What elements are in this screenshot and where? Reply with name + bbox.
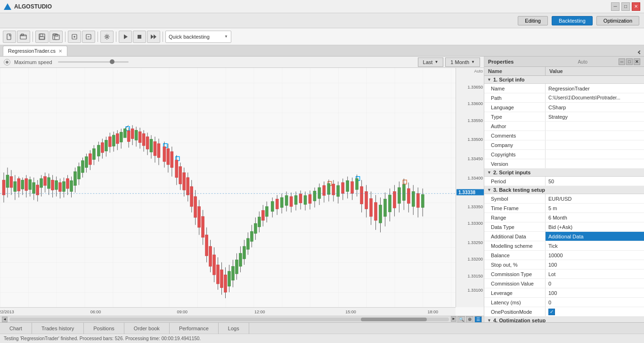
chart-settings-button[interactable]: ☰ [474,316,482,323]
properties-maximize-button[interactable]: □ [626,58,633,65]
new-script-button[interactable] [68,31,81,43]
bottom-tab-orderbook[interactable]: Order book [124,323,170,334]
svg-rect-101 [150,139,153,152]
svg-rect-60 [74,172,77,186]
chart-section: Maximum speed Auto Last ▼ 1 Month ▼ [0,57,484,322]
save-all-button[interactable] [49,31,63,43]
chart-svg [0,68,456,307]
period-button[interactable]: 1 Month ▼ [445,57,480,67]
x-label-5: 18:00 [427,310,438,314]
svg-rect-4 [40,34,43,36]
last-button[interactable]: Last ▼ [418,57,444,67]
editing-mode-button[interactable]: Editing [518,16,548,25]
svg-rect-219 [393,191,396,208]
delete-script-button[interactable] [82,31,95,43]
app-name: ALGOSTUDIO [14,3,52,10]
resume-button[interactable] [147,31,160,43]
settings-button[interactable] [100,31,114,43]
price-label-6: 1.33350 [467,204,483,209]
svg-rect-207 [365,191,368,209]
scroll-right-arrow[interactable]: ► [451,316,457,322]
svg-rect-194 [337,186,340,196]
svg-rect-171 [285,196,288,205]
svg-rect-26 [10,177,13,188]
properties-close-button[interactable]: ✕ [634,58,640,65]
section-script-info[interactable]: ▼ 1. Script info [484,76,644,84]
speed-slider-knob[interactable] [110,59,114,64]
zoom-out-button[interactable]: 🔍 [457,316,465,323]
speed-slider[interactable] [58,61,129,63]
section-back-testing[interactable]: ▼ 3. Back testing setup [484,186,644,194]
zoom-in-button[interactable]: ⊕ [466,316,473,323]
x-label-0: 8/22/2013 [0,310,14,314]
price-label-4: 1.33450 [467,156,483,161]
maximize-button[interactable]: □ [621,2,630,11]
prop-row-modelling: Modelling scheme Tick [484,241,644,251]
toolbar: Quick backtesting ▼ [0,28,644,45]
save-button[interactable] [35,31,49,43]
svg-rect-5 [40,37,44,39]
chart-canvas-area[interactable]: Auto 1.33650 1.33600 1.33550 1.33500 1.3… [0,68,484,307]
bottom-tab-positions[interactable]: Positions [84,323,124,334]
minimize-button[interactable]: ─ [611,2,620,11]
svg-marker-17 [151,34,154,39]
svg-rect-133 [209,246,212,266]
onepositionmode-checkbox[interactable] [548,309,555,315]
price-label-7: 1.33300 [467,221,483,226]
properties-minimize-button[interactable]: ─ [619,58,625,65]
close-button[interactable]: ✕ [632,2,640,11]
bottom-tab-logs[interactable]: Logs [219,323,249,334]
new-file-button[interactable] [3,31,16,43]
prop-row-company: Company [484,140,644,150]
svg-rect-123 [190,187,193,206]
price-label-5: 1.33400 [467,176,483,180]
bottom-tab-performance[interactable]: Performance [170,323,219,334]
prop-row-period: Period 50 [484,177,644,186]
section-script-inputs[interactable]: ▼ 2. Script inputs [484,169,644,177]
svg-rect-34 [25,179,28,190]
file-tab-0[interactable]: RegressionTrader.cs ✕ [3,46,67,56]
bottom-tab-chart[interactable]: Chart [0,323,32,334]
svg-rect-177 [299,194,302,203]
period-arrow-icon: ▼ [471,60,475,64]
quick-backtesting-dropdown[interactable]: Quick backtesting ▼ [165,31,231,43]
svg-rect-82 [116,134,119,144]
section-optimization[interactable]: ▼ 4. Optimization setup [484,317,644,322]
svg-rect-135 [213,255,216,275]
price-label-3: 1.33500 [467,137,483,142]
x-label-3: 12:00 [254,310,265,314]
prop-row-range: Range 6 Month [484,213,644,222]
play-button[interactable] [119,31,132,43]
speed-label: Maximum speed [14,59,52,65]
open-files-button[interactable] [17,31,30,43]
collapse-icon-4: ▼ [487,318,491,322]
prop-row-comments: Comments [484,131,644,140]
scroll-thumb[interactable] [361,318,427,321]
file-tabs: RegressionTrader.cs ✕ [0,45,644,57]
scroll-right-controls: ► 🔍 ⊕ ☰ [451,316,482,323]
svg-rect-211 [375,203,377,220]
optimization-mode-button[interactable]: Optimization [596,16,639,25]
svg-rect-200 [351,181,354,193]
last-label: Last [423,59,433,65]
status-text: Testing 'RegressionTrader' finished. Pro… [4,336,201,341]
backtesting-mode-button[interactable]: Backtesting [552,16,593,25]
scroll-left-arrow[interactable]: ◄ [2,317,8,322]
file-tab-close-0[interactable]: ✕ [58,49,62,54]
svg-rect-167 [276,199,278,209]
svg-rect-36 [29,180,32,189]
bottom-tab-trades[interactable]: Trades history [32,323,84,334]
period-controls: Auto Last ▼ 1 Month ▼ [418,57,480,67]
stop-button[interactable] [133,31,146,43]
price-axis: Auto 1.33650 1.33600 1.33550 1.33500 1.3… [456,68,484,307]
svg-rect-54 [63,181,65,191]
price-label-1: 1.33600 [467,101,483,106]
svg-rect-24 [6,175,9,188]
price-label-10: 1.33150 [467,274,483,278]
svg-rect-72 [97,145,100,156]
prop-row-stopout: Stop out, % 100 [484,260,644,270]
svg-rect-0 [7,34,11,40]
svg-marker-15 [124,34,128,39]
scroll-track[interactable] [9,318,449,321]
properties-title: Properties [488,59,514,65]
